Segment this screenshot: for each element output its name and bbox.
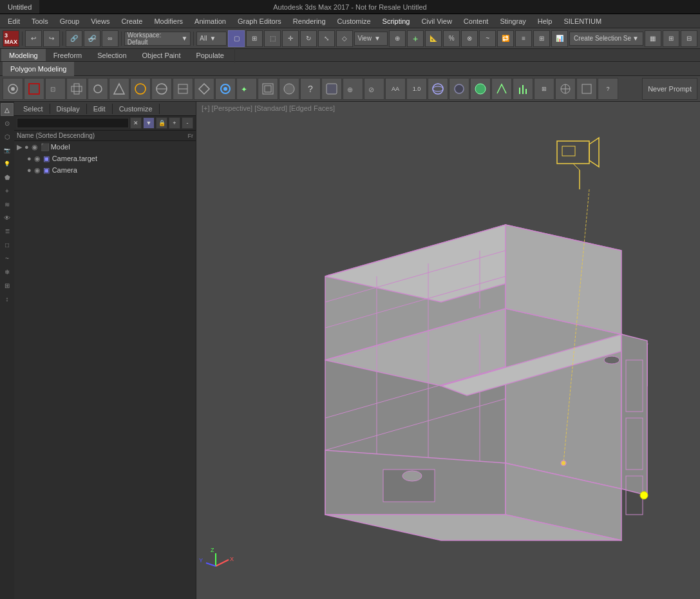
ribbon-btn-13[interactable]: ? xyxy=(300,78,321,100)
ribbon-num[interactable]: 1.0 xyxy=(406,78,427,100)
render-setup-btn[interactable]: ⊞ xyxy=(663,30,679,47)
unlink-button[interactable]: 🔗 xyxy=(84,30,100,47)
sub-tab-polygon-modeling[interactable]: Polygon Modeling xyxy=(3,62,74,76)
search-input[interactable] xyxy=(17,118,129,128)
render-frame-btn[interactable]: ▦ xyxy=(645,30,661,47)
menu-scripting[interactable]: Scripting xyxy=(377,16,415,26)
document-tab[interactable]: Untitled xyxy=(0,0,39,14)
menu-customize[interactable]: Customize xyxy=(332,16,376,26)
icon-select[interactable]: ⬡ xyxy=(1,130,14,143)
bind-button[interactable]: ∞ xyxy=(102,30,118,47)
ribbon-edit9[interactable] xyxy=(215,78,236,100)
ribbon-edit2[interactable] xyxy=(66,78,87,100)
icon-freeze[interactable]: ❄ xyxy=(1,265,14,278)
move-tool[interactable]: ✛ xyxy=(282,30,299,47)
layer-btn[interactable]: ⊞ xyxy=(533,30,550,47)
link-button[interactable]: 🔗 xyxy=(66,30,82,47)
menu-content[interactable]: Content xyxy=(459,16,494,26)
ribbon-edit12[interactable] xyxy=(279,78,299,100)
icon-layers[interactable]: ☰ xyxy=(1,225,14,238)
icon-camera2[interactable]: 📷 xyxy=(1,144,14,157)
ribbon-edit6[interactable] xyxy=(151,78,172,100)
icon-helper[interactable]: + xyxy=(1,184,14,197)
menu-create[interactable]: Create xyxy=(116,16,147,26)
ribbon-edit5[interactable] xyxy=(130,78,151,100)
select-by-name[interactable]: ⊞ xyxy=(246,30,263,47)
all-dropdown[interactable]: All ▼ xyxy=(196,32,227,46)
sb-minus-btn[interactable]: - xyxy=(182,117,193,129)
ribbon-edit7[interactable] xyxy=(173,78,193,100)
mirror-btn[interactable]: 🔁 xyxy=(497,30,514,47)
icon-triangle[interactable]: △ xyxy=(1,103,14,116)
menu-views[interactable]: Views xyxy=(86,16,115,26)
scale-tool[interactable]: ⤡ xyxy=(318,30,335,47)
ribbon-sphere2[interactable] xyxy=(470,78,491,100)
icon-shape[interactable]: ⬟ xyxy=(1,171,14,184)
menu-modifiers[interactable]: Modifiers xyxy=(149,16,188,26)
ribbon-paint[interactable] xyxy=(491,78,512,100)
never-prompt-button[interactable]: Never Prompt xyxy=(642,78,697,100)
icon-spline[interactable]: ~ xyxy=(1,252,14,265)
sb-filter-btn[interactable]: ▼ xyxy=(143,117,155,129)
add-btn[interactable]: + xyxy=(407,30,424,47)
scene-item-model[interactable]: ▶ ● ◉ ⬛ Model xyxy=(14,141,196,153)
snap-toggle[interactable]: ⊗ xyxy=(461,30,478,47)
select-tool[interactable]: ▢ xyxy=(228,30,245,47)
ribbon-edit4[interactable] xyxy=(109,78,129,100)
icon-group2[interactable]: ⊞ xyxy=(1,279,14,292)
tab-populate[interactable]: Populate xyxy=(188,49,231,61)
workspace-dropdown[interactable]: Workspace: Default ▼ xyxy=(124,32,191,46)
view-dropdown[interactable]: View ▼ xyxy=(354,32,388,46)
sb-lock-btn[interactable]: 🔒 xyxy=(156,117,167,129)
sb-plus-btn[interactable]: + xyxy=(169,117,180,129)
ribbon-grass[interactable] xyxy=(513,78,533,100)
menu-civil-view[interactable]: Civil View xyxy=(416,16,457,26)
viewport-layout-btn[interactable]: ⊟ xyxy=(681,30,697,47)
scene-item-camera[interactable]: ● ◉ ▣ Camera xyxy=(14,164,196,176)
ribbon-edit14[interactable] xyxy=(321,78,342,100)
icon-scene[interactable]: ⊙ xyxy=(1,117,14,129)
ribbon-render-mode[interactable] xyxy=(555,78,576,100)
ribbon-sphere[interactable] xyxy=(428,78,448,100)
sub-tab-select[interactable]: Select xyxy=(17,104,50,114)
rect-select[interactable]: ⬚ xyxy=(264,30,281,47)
menu-tools[interactable]: Tools xyxy=(26,16,53,26)
sub-tab-edit[interactable]: Edit xyxy=(87,104,113,114)
tab-freeform[interactable]: Freeform xyxy=(46,49,90,61)
icon-geo[interactable]: □ xyxy=(1,238,14,251)
angle-snap[interactable]: 📐 xyxy=(425,30,442,47)
scene-item-camera-target[interactable]: ● ◉ ▣ Camera.target xyxy=(14,153,196,164)
menu-stingray[interactable]: Stingray xyxy=(495,16,531,26)
ribbon-edit1[interactable]: ⊡ xyxy=(45,78,66,100)
ribbon-edit16[interactable]: ⊘ xyxy=(364,78,384,100)
menu-animation[interactable]: Animation xyxy=(189,16,231,26)
curve-btn[interactable]: ~ xyxy=(479,30,496,47)
scale-uniform[interactable]: ◇ xyxy=(336,30,353,47)
undo-button[interactable]: ↩ xyxy=(25,30,42,47)
ribbon-edit15[interactable]: ⊕ xyxy=(343,78,363,100)
sub-tab-display[interactable]: Display xyxy=(50,104,87,114)
ribbon-edit11[interactable] xyxy=(258,78,278,100)
ribbon-edit3[interactable] xyxy=(88,78,108,100)
icon-spacewarp[interactable]: ≋ xyxy=(1,198,14,211)
icon-light[interactable]: 💡 xyxy=(1,157,14,170)
sb-close-btn[interactable]: ✕ xyxy=(130,117,142,129)
redo-button[interactable]: ↪ xyxy=(43,30,60,47)
ribbon-aa[interactable]: AA xyxy=(385,78,406,100)
percent-snap[interactable]: % xyxy=(443,30,460,47)
ribbon-poly[interactable] xyxy=(24,78,44,100)
pivot-btn[interactable]: ⊕ xyxy=(389,30,406,47)
menu-rendering[interactable]: Rendering xyxy=(288,16,331,26)
ribbon-edit-extra[interactable]: ⊞ xyxy=(534,78,554,100)
tab-modeling[interactable]: Modeling xyxy=(1,49,46,61)
ribbon-box-btn[interactable] xyxy=(576,78,597,100)
ribbon-q-icon[interactable]: ? xyxy=(598,78,618,100)
ribbon-edit10[interactable]: ✦ xyxy=(236,78,257,100)
app-logo[interactable]: 3MAX xyxy=(3,30,19,47)
viewport[interactable]: [+] [Perspective] [Standard] [Edged Face… xyxy=(196,102,700,599)
ribbon-material[interactable] xyxy=(449,78,469,100)
graph-btn[interactable]: 📊 xyxy=(551,30,568,47)
rotate-tool[interactable]: ↻ xyxy=(300,30,317,47)
align-btn[interactable]: ≡ xyxy=(515,30,532,47)
menu-help[interactable]: Help xyxy=(533,16,558,26)
